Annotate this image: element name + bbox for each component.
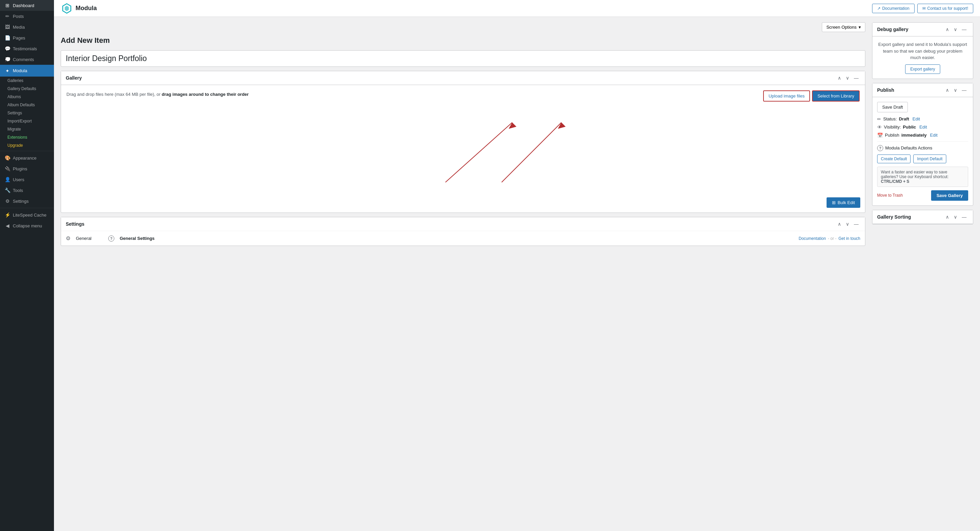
debug-collapse-down-button[interactable]: ∨ <box>952 26 959 33</box>
publish-panel-header: Publish ∧ ∨ — <box>872 83 973 97</box>
sidebar-sub-gallery-defaults[interactable]: Gallery Defaults <box>0 85 54 93</box>
publish-divider <box>877 141 968 142</box>
sidebar-item-label: Settings <box>13 199 29 204</box>
sidebar-item-label: Pages <box>13 35 25 40</box>
panel-collapse-down-button[interactable]: ∨ <box>844 75 851 81</box>
publish-toggle-button[interactable]: — <box>960 87 968 93</box>
sidebar-item-pages[interactable]: 📄 Pages <box>0 32 54 43</box>
sidebar-item-comments[interactable]: 💭 Comments <box>0 54 54 65</box>
move-to-trash-button[interactable]: Move to Trash <box>877 193 903 198</box>
debug-toggle-button[interactable]: — <box>960 26 968 33</box>
contact-support-button[interactable]: ✉ Contact us for support! <box>917 4 973 13</box>
debug-panel-title: Debug gallery <box>877 27 908 32</box>
screen-options-button[interactable]: Screen Options ▾ <box>822 22 865 32</box>
documentation-button[interactable]: ↗ Documentation <box>872 4 915 13</box>
gallery-panel: Gallery ∧ ∨ — Drag and drop files here (… <box>61 71 865 213</box>
sidebar-item-media[interactable]: 🖼 Media <box>0 22 54 32</box>
status-edit-link[interactable]: Edit <box>913 116 920 121</box>
debug-collapse-up-button[interactable]: ∧ <box>944 26 951 33</box>
sidebar-sub-import-export[interactable]: Import/Export <box>0 117 54 125</box>
save-gallery-button[interactable]: Save Gallery <box>931 190 968 201</box>
gallery-sorting-header: Gallery Sorting ∧ ∨ — <box>872 210 973 224</box>
sidebar-sub-settings[interactable]: Settings <box>0 109 54 117</box>
keyboard-hint: Want a faster and easier way to save gal… <box>877 167 968 187</box>
sorting-collapse-up-button[interactable]: ∧ <box>944 214 951 220</box>
visibility-label: Visibility: <box>884 124 901 129</box>
pages-icon: 📄 <box>5 35 10 40</box>
sidebar-sub-album-defaults[interactable]: Album Defaults <box>0 101 54 109</box>
export-gallery-button[interactable]: Export gallery <box>905 64 940 74</box>
gallery-title-input[interactable] <box>61 50 865 67</box>
sidebar-sub-extensions[interactable]: Extensions <box>0 133 54 141</box>
upload-image-files-button[interactable]: Upload image files <box>763 91 810 102</box>
sidebar-item-label: Comments <box>13 57 34 62</box>
publish-status-row: ✏ Status: Draft Edit <box>877 116 968 122</box>
settings-links: Documentation - or - Get in touch <box>799 236 860 241</box>
settings-touch-link[interactable]: Get in touch <box>838 236 860 241</box>
settings-panel-controls: ∧ ∨ — <box>836 221 860 227</box>
gallery-panel-controls: ∧ ∨ — <box>836 75 860 81</box>
sidebar-item-testimonials[interactable]: 💬 Testimonials <box>0 43 54 54</box>
settings-general-row: ⚙ General ? General Settings Documentati… <box>61 231 865 246</box>
sidebar-sub-migrate[interactable]: Migrate <box>0 125 54 133</box>
sidebar-sub-albums[interactable]: Albums <box>0 93 54 101</box>
tools-icon: 🔧 <box>5 188 10 193</box>
sidebar-item-tools[interactable]: 🔧 Tools <box>0 185 54 196</box>
sorting-collapse-down-button[interactable]: ∨ <box>952 214 959 220</box>
defaults-help-badge: ? <box>877 145 883 151</box>
sidebar-divider-2 <box>0 208 54 208</box>
publish-edit-link[interactable]: Edit <box>930 132 937 138</box>
content-area: Screen Options ▾ Add New Item Gallery ∧ … <box>54 17 980 531</box>
sidebar-sub-galleries[interactable]: Galleries <box>0 77 54 85</box>
sorting-toggle-button[interactable]: — <box>960 214 968 220</box>
sidebar-item-litespeed[interactable]: ⚡ LiteSpeed Cache <box>0 209 54 220</box>
panel-collapse-up-button[interactable]: ∧ <box>836 75 843 81</box>
grid-icon: ⊞ <box>832 200 836 205</box>
create-default-button[interactable]: Create Default <box>877 155 910 163</box>
sidebar-item-settings[interactable]: ⚙ Settings <box>0 196 54 206</box>
sidebar-sub-upgrade[interactable]: Upgrade <box>0 141 54 150</box>
sidebar-item-dashboard[interactable]: ⊞ Dashboard <box>0 0 54 11</box>
bulk-edit-button[interactable]: ⊞ Bulk Edit <box>827 197 860 208</box>
sidebar-item-label: Testimonials <box>13 46 37 51</box>
sidebar-item-plugins[interactable]: 🔌 Plugins <box>0 163 54 174</box>
sidebar-item-appearance[interactable]: 🎨 Appearance <box>0 153 54 163</box>
save-draft-button[interactable]: Save Draft <box>877 102 908 112</box>
main-column: Screen Options ▾ Add New Item Gallery ∧ … <box>61 22 865 526</box>
topbar-brand-name: Modula <box>76 5 97 12</box>
gallery-zone-inner: Drag and drop files here (max 64 MB per … <box>67 91 860 102</box>
gallery-sorting-controls: ∧ ∨ — <box>944 214 968 220</box>
sidebar-item-label: Tools <box>13 188 23 193</box>
sidebar-item-label: Media <box>13 25 25 30</box>
general-settings-title: General Settings <box>120 236 793 241</box>
chevron-down-icon: ▾ <box>859 25 861 30</box>
gallery-hint: Drag and drop files here (max 64 MB per … <box>67 91 759 97</box>
defaults-label: Modula Defaults Actions <box>885 145 932 150</box>
publish-visibility-row: 👁 Visibility: Public Edit <box>877 124 968 130</box>
users-icon: 👤 <box>5 177 10 182</box>
gallery-footer: ⊞ Bulk Edit <box>61 195 865 212</box>
settings-collapse-down-button[interactable]: ∨ <box>844 221 851 227</box>
import-default-button[interactable]: Import Default <box>913 155 946 163</box>
debug-gallery-panel: Debug gallery ∧ ∨ — Export gallery and s… <box>872 22 973 79</box>
sidebar-item-label: Plugins <box>13 166 27 171</box>
media-icon: 🖼 <box>5 24 10 30</box>
settings-toggle-button[interactable]: — <box>852 221 860 227</box>
visibility-edit-link[interactable]: Edit <box>919 124 927 129</box>
sidebar-item-collapse[interactable]: ◀ Collapse menu <box>0 220 54 231</box>
select-from-library-button[interactable]: Select from Library <box>812 91 860 102</box>
gallery-panel-title: Gallery <box>66 75 82 81</box>
sidebar-item-posts[interactable]: ✏ Posts <box>0 11 54 22</box>
settings-collapse-up-button[interactable]: ∧ <box>836 221 843 227</box>
status-value: Draft <box>899 116 909 121</box>
sidebar-arrow: ◀ <box>45 67 49 74</box>
settings-doc-link[interactable]: Documentation <box>799 236 826 241</box>
publish-collapse-up-button[interactable]: ∧ <box>944 87 951 93</box>
plugins-icon: 🔌 <box>5 166 10 171</box>
sidebar-item-modula[interactable]: ✦ Modula ◀ <box>0 65 54 77</box>
debug-panel-controls: ∧ ∨ — <box>944 26 968 33</box>
panel-toggle-button[interactable]: — <box>852 75 860 81</box>
sidebar-item-users[interactable]: 👤 Users <box>0 174 54 185</box>
debug-description: Export gallery and send it to Modula's s… <box>877 41 968 61</box>
publish-collapse-down-button[interactable]: ∨ <box>952 87 959 93</box>
